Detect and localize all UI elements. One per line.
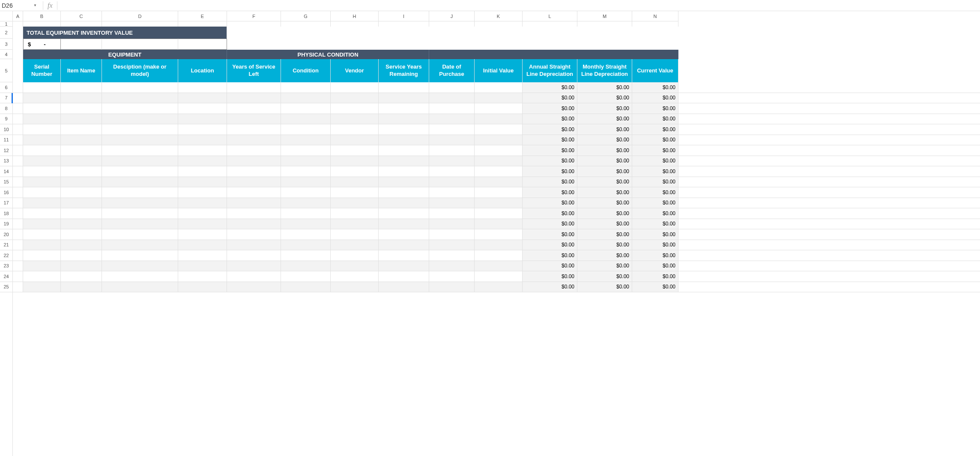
cell[interactable] xyxy=(227,229,281,240)
cell[interactable] xyxy=(13,229,23,240)
cell[interactable] xyxy=(281,229,331,240)
cell[interactable] xyxy=(61,198,102,208)
cell[interactable] xyxy=(379,156,429,166)
cell[interactable] xyxy=(13,93,23,103)
calc-cell[interactable]: $0.00 xyxy=(523,156,577,166)
cell[interactable] xyxy=(475,156,523,166)
cell[interactable] xyxy=(102,93,178,103)
calc-cell[interactable]: $0.00 xyxy=(523,166,577,177)
cell[interactable] xyxy=(61,187,102,198)
cell[interactable] xyxy=(61,208,102,219)
row-header[interactable]: 8 xyxy=(0,103,12,114)
calc-cell[interactable]: $0.00 xyxy=(523,229,577,240)
cell[interactable] xyxy=(429,114,475,124)
cell[interactable] xyxy=(475,271,523,282)
cell[interactable] xyxy=(331,187,379,198)
cell[interactable] xyxy=(23,145,61,156)
cell[interactable] xyxy=(523,21,577,27)
calc-cell[interactable]: $0.00 xyxy=(632,82,678,93)
cell[interactable] xyxy=(227,82,281,93)
calc-cell[interactable]: $0.00 xyxy=(632,229,678,240)
cell[interactable] xyxy=(429,39,475,50)
column-title-yearsService[interactable]: Years of Service Left xyxy=(227,59,281,82)
cell[interactable] xyxy=(178,103,227,114)
column-title-monthlyDep[interactable]: Monthly Straight Line Depreciation xyxy=(577,59,632,82)
cell[interactable] xyxy=(61,166,102,177)
cell[interactable] xyxy=(281,250,331,261)
cell[interactable] xyxy=(379,135,429,145)
cell[interactable] xyxy=(475,261,523,271)
cell[interactable] xyxy=(227,135,281,145)
column-title-description[interactable]: Desciption (make or model) xyxy=(102,59,178,82)
row-header[interactable]: 18 xyxy=(0,208,12,219)
cell[interactable] xyxy=(13,27,23,39)
cell[interactable] xyxy=(429,219,475,229)
cell[interactable] xyxy=(429,21,475,27)
cell[interactable] xyxy=(227,145,281,156)
calc-cell[interactable]: $0.00 xyxy=(577,145,632,156)
cell[interactable] xyxy=(475,250,523,261)
cell[interactable] xyxy=(379,124,429,135)
cell[interactable] xyxy=(61,145,102,156)
column-header[interactable]: H xyxy=(331,11,379,21)
cell[interactable] xyxy=(331,261,379,271)
cell[interactable] xyxy=(13,21,23,27)
cell[interactable] xyxy=(178,229,227,240)
cell[interactable] xyxy=(13,250,23,261)
cell[interactable] xyxy=(281,156,331,166)
calc-cell[interactable]: $0.00 xyxy=(523,135,577,145)
cell[interactable] xyxy=(331,82,379,93)
cell[interactable] xyxy=(102,82,178,93)
cell[interactable] xyxy=(429,156,475,166)
sheet-main[interactable]: TOTAL EQUIPMENT INVENTORY VALUE$-EQUIPME… xyxy=(13,21,980,456)
column-header[interactable]: I xyxy=(379,11,429,21)
calc-cell[interactable]: $0.00 xyxy=(632,156,678,166)
calc-cell[interactable]: $0.00 xyxy=(523,145,577,156)
cell[interactable] xyxy=(227,156,281,166)
cell[interactable] xyxy=(475,82,523,93)
column-header[interactable]: K xyxy=(475,11,523,21)
cell[interactable] xyxy=(379,187,429,198)
cell[interactable] xyxy=(13,114,23,124)
row-header[interactable]: 5 xyxy=(0,59,12,82)
cell[interactable] xyxy=(331,219,379,229)
cell[interactable] xyxy=(475,135,523,145)
cell[interactable] xyxy=(178,21,227,27)
cell[interactable] xyxy=(227,93,281,103)
cell[interactable] xyxy=(13,177,23,187)
calc-cell[interactable]: $0.00 xyxy=(577,93,632,103)
cell[interactable] xyxy=(227,114,281,124)
cell[interactable] xyxy=(61,82,102,93)
cell[interactable] xyxy=(102,135,178,145)
cell[interactable] xyxy=(632,39,678,50)
cell[interactable] xyxy=(281,282,331,292)
cell[interactable] xyxy=(379,219,429,229)
cell[interactable] xyxy=(178,177,227,187)
cell[interactable] xyxy=(102,156,178,166)
calc-cell[interactable]: $0.00 xyxy=(632,250,678,261)
cell[interactable] xyxy=(23,156,61,166)
cell[interactable] xyxy=(281,271,331,282)
cell[interactable] xyxy=(23,114,61,124)
cell[interactable] xyxy=(13,103,23,114)
calc-cell[interactable]: $0.00 xyxy=(577,208,632,219)
cell[interactable] xyxy=(178,250,227,261)
cell[interactable] xyxy=(281,93,331,103)
inventory-title[interactable]: TOTAL EQUIPMENT INVENTORY VALUE xyxy=(23,27,227,39)
calc-cell[interactable]: $0.00 xyxy=(523,250,577,261)
column-header[interactable]: F xyxy=(227,11,281,21)
chevron-down-icon[interactable]: ▼ xyxy=(30,3,40,7)
cell[interactable] xyxy=(379,177,429,187)
group-header-blank[interactable] xyxy=(429,50,678,59)
cell[interactable] xyxy=(23,240,61,250)
cell[interactable] xyxy=(23,250,61,261)
cell[interactable] xyxy=(178,145,227,156)
cell[interactable] xyxy=(331,250,379,261)
cell[interactable] xyxy=(178,114,227,124)
row-header[interactable]: 19 xyxy=(0,219,12,230)
calc-cell[interactable]: $0.00 xyxy=(632,198,678,208)
cell[interactable] xyxy=(13,166,23,177)
row-header[interactable]: 12 xyxy=(0,145,12,156)
row-header[interactable]: 21 xyxy=(0,240,12,251)
cell[interactable] xyxy=(23,103,61,114)
